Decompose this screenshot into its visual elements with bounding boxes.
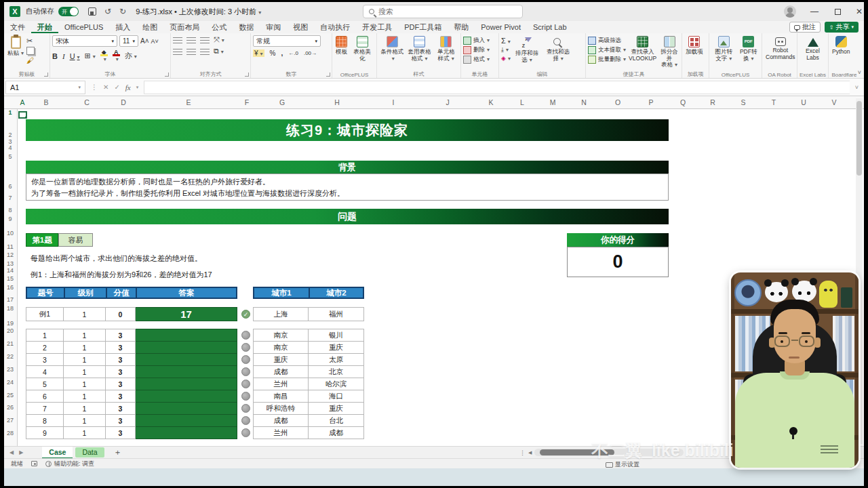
row-header[interactable]: 8 bbox=[4, 207, 16, 214]
vlookup-button[interactable]: 查找录入VLOOKUP bbox=[627, 35, 658, 62]
row-header[interactable]: 6 bbox=[4, 183, 16, 190]
scroll-left-icon[interactable]: ◀ bbox=[528, 450, 532, 455]
python-button[interactable]: Python bbox=[831, 35, 851, 56]
decrease-decimal-icon[interactable]: .00→ bbox=[304, 50, 317, 56]
answer-cell[interactable] bbox=[136, 353, 237, 366]
answer-cell[interactable] bbox=[136, 341, 237, 354]
row-header[interactable]: 20 bbox=[4, 327, 16, 334]
points-cell[interactable]: 3 bbox=[106, 390, 136, 403]
level-cell[interactable]: 1 bbox=[64, 390, 106, 403]
merge-center-icon[interactable]: ⧉ bbox=[214, 47, 224, 56]
pdf-convert-button[interactable]: PDFPDF转换 bbox=[737, 35, 760, 62]
row-header[interactable]: 27 bbox=[4, 417, 16, 424]
city2-cell[interactable]: 重庆 bbox=[309, 402, 364, 415]
level-cell[interactable]: 1 bbox=[64, 341, 106, 354]
row-header[interactable]: 5 bbox=[4, 153, 16, 160]
header-city1[interactable]: 城市1 bbox=[253, 287, 309, 299]
city1-cell[interactable]: 重庆 bbox=[253, 353, 309, 366]
city2-cell[interactable]: 成都 bbox=[309, 426, 364, 439]
row-header[interactable]: 13 bbox=[4, 260, 16, 267]
ribbon-tab[interactable]: 文件 bbox=[4, 21, 31, 33]
row-header[interactable]: 26 bbox=[4, 404, 16, 411]
percent-style-icon[interactable]: % bbox=[270, 49, 276, 57]
level-cell[interactable]: 1 bbox=[64, 329, 106, 342]
level-cell[interactable]: 1 bbox=[64, 414, 106, 427]
next-sheet-icon[interactable]: ▶ bbox=[19, 449, 23, 455]
sheet-tab[interactable]: Data bbox=[75, 447, 104, 458]
points-cell[interactable]: 3 bbox=[106, 402, 136, 415]
row-header[interactable]: 28 bbox=[4, 430, 16, 436]
sort-filter-button[interactable]: AZ 排序和筛选 bbox=[512, 35, 542, 64]
example-answer-cell[interactable]: 17 bbox=[136, 307, 237, 321]
column-header[interactable]: T bbox=[764, 98, 784, 106]
column-header[interactable]: E bbox=[178, 98, 199, 106]
row-header[interactable]: 18 bbox=[4, 305, 16, 312]
row-header[interactable]: 11 bbox=[4, 243, 16, 250]
account-avatar[interactable] bbox=[780, 2, 800, 21]
number-format-select[interactable]: 常规▾ bbox=[253, 35, 321, 47]
city2-cell[interactable]: 台北 bbox=[309, 414, 364, 427]
points-cell[interactable]: 3 bbox=[106, 353, 136, 366]
question-no-cell[interactable]: 6 bbox=[26, 390, 64, 403]
example-city2-cell[interactable]: 福州 bbox=[309, 307, 364, 321]
city1-cell[interactable]: 成都 bbox=[253, 414, 309, 427]
column-header[interactable]: A bbox=[12, 98, 33, 106]
example-points-cell[interactable]: 0 bbox=[106, 307, 136, 321]
points-cell[interactable]: 3 bbox=[106, 426, 136, 439]
level-cell[interactable]: 1 bbox=[64, 402, 106, 415]
row-header[interactable]: 24 bbox=[4, 379, 16, 386]
align-top-icon[interactable] bbox=[173, 36, 182, 43]
search-input[interactable]: 搜索 bbox=[363, 5, 523, 18]
share-button[interactable]: ⇧共享▾ bbox=[825, 22, 859, 33]
score-header[interactable]: 你的得分 bbox=[567, 233, 669, 247]
points-cell[interactable]: 3 bbox=[106, 329, 136, 342]
cancel-entry-icon[interactable]: ✕ bbox=[103, 83, 108, 91]
column-header[interactable]: F bbox=[237, 98, 257, 106]
new-sheet-button[interactable]: ＋ bbox=[114, 447, 122, 458]
image-to-text-button[interactable]: 图片转文字 bbox=[711, 35, 736, 62]
question-section-banner[interactable]: 问题 bbox=[26, 209, 669, 224]
question-no-cell[interactable]: 9 bbox=[26, 426, 64, 439]
column-header[interactable]: R bbox=[703, 98, 723, 106]
increase-decimal-icon[interactable]: ←.0 bbox=[288, 50, 298, 56]
city2-cell[interactable]: 银川 bbox=[309, 329, 364, 342]
city1-cell[interactable]: 兰州 bbox=[253, 426, 309, 439]
header-points[interactable]: 分值 bbox=[106, 287, 136, 299]
city1-cell[interactable]: 南昌 bbox=[253, 390, 309, 403]
templates-button[interactable]: 模板 bbox=[334, 35, 349, 56]
align-right-icon[interactable] bbox=[200, 47, 210, 55]
row-header[interactable]: 10 bbox=[4, 230, 16, 237]
answer-cell[interactable] bbox=[136, 365, 237, 378]
prev-sheet-icon[interactable]: ◀ bbox=[9, 449, 14, 455]
level-cell[interactable]: 1 bbox=[64, 378, 106, 390]
addins-button[interactable]: 加载项 bbox=[684, 35, 705, 56]
example-level-cell[interactable]: 1 bbox=[64, 307, 106, 321]
clear-button[interactable]: ◈ bbox=[501, 55, 511, 62]
cell-styles-button[interactable]: 单元格样式 bbox=[434, 35, 458, 62]
row-header[interactable]: 17 bbox=[4, 296, 16, 303]
row-header[interactable]: 25 bbox=[4, 392, 16, 399]
column-header[interactable]: J bbox=[437, 98, 458, 106]
excel-labs-button[interactable]: Excel Labs bbox=[800, 35, 826, 62]
underline-button[interactable]: U bbox=[70, 52, 80, 60]
text-extract-button[interactable]: 文本提取 bbox=[588, 46, 626, 54]
header-answer[interactable]: 答案 bbox=[136, 287, 237, 299]
ribbon-tab[interactable]: 页面布局 bbox=[163, 21, 205, 33]
font-color-button[interactable]: A bbox=[113, 49, 120, 63]
row-header[interactable]: 2 bbox=[4, 131, 16, 138]
city2-cell[interactable]: 北京 bbox=[309, 365, 364, 378]
column-header[interactable]: I bbox=[383, 98, 403, 106]
shrink-font-button[interactable]: A˅ bbox=[151, 38, 159, 45]
beautify-button[interactable]: 表格美化 bbox=[350, 35, 374, 62]
column-header[interactable]: N bbox=[574, 98, 594, 106]
column-header[interactable]: P bbox=[641, 98, 661, 106]
answer-cell[interactable] bbox=[136, 414, 237, 427]
points-cell[interactable]: 3 bbox=[106, 414, 136, 427]
insert-function-icon[interactable]: fx bbox=[125, 83, 131, 92]
ribbon-tab[interactable]: 数据 bbox=[233, 21, 260, 33]
dialog-launcher-icon[interactable] bbox=[165, 73, 169, 77]
name-box[interactable]: A1▾ bbox=[5, 81, 85, 94]
column-header[interactable]: S bbox=[733, 98, 753, 106]
difficulty-chip[interactable]: 容易 bbox=[58, 233, 93, 247]
row-header[interactable]: 1 bbox=[4, 109, 16, 116]
